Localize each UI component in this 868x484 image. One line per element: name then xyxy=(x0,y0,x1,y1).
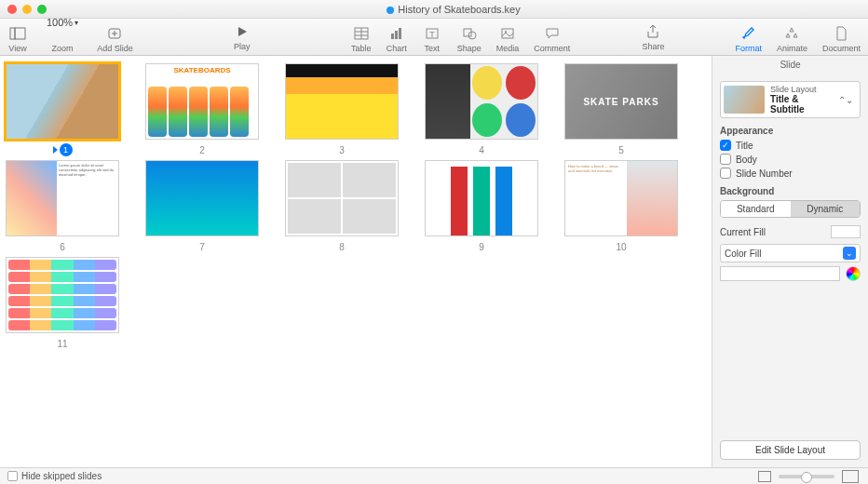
document-title: History of Skateboards.key xyxy=(47,4,861,15)
svg-rect-12 xyxy=(399,28,401,39)
inspector-tab-slide[interactable]: Slide xyxy=(712,56,868,75)
fill-type-label: Color Fill xyxy=(725,249,761,259)
animate-button[interactable]: Animate xyxy=(769,22,815,55)
thumbnail-size-large-icon[interactable] xyxy=(842,470,859,483)
media-icon xyxy=(497,24,518,43)
play-label: Play xyxy=(234,42,251,51)
table-button[interactable]: Table xyxy=(344,22,379,55)
svg-point-16 xyxy=(468,32,476,39)
view-button[interactable]: View xyxy=(0,22,35,55)
background-standard-option[interactable]: Standard xyxy=(721,201,791,217)
slide-thumbnail[interactable]: 3 xyxy=(285,63,399,156)
thumbnail-size-slider[interactable] xyxy=(779,475,834,478)
fill-color-swatch[interactable] xyxy=(720,266,840,281)
chart-button[interactable]: Chart xyxy=(379,22,414,55)
thumbnail-size-small-icon[interactable] xyxy=(758,471,771,482)
comment-button[interactable]: Comment xyxy=(526,22,577,55)
plus-icon xyxy=(104,24,125,43)
text-icon: T xyxy=(422,24,442,43)
current-fill-label: Current Fill xyxy=(720,227,766,237)
view-icon xyxy=(7,24,28,43)
body-checkbox-label: Body xyxy=(736,155,757,165)
table-icon xyxy=(351,24,372,43)
chevron-updown-icon: ⌃⌄ xyxy=(834,95,857,105)
comment-icon xyxy=(542,24,563,43)
title-checkbox[interactable]: ✓ xyxy=(720,140,731,151)
slide-thumbnail[interactable]: 1 xyxy=(6,63,119,156)
slide-number-checkbox-label: Slide Number xyxy=(736,168,793,179)
body-checkbox[interactable] xyxy=(720,154,731,165)
slide-thumbnail[interactable]: Lorem ipsum dolor sit amet consectetur a… xyxy=(6,160,119,253)
format-button[interactable]: Format xyxy=(727,22,769,55)
slide-thumbnail[interactable]: How to make a board — steps and material… xyxy=(564,160,678,253)
popup-arrows-icon: ⌄ xyxy=(843,247,856,260)
format-inspector: Slide Slide Layout Title & Subtitle ⌃⌄ A… xyxy=(712,56,868,467)
color-wheel-icon[interactable] xyxy=(846,266,861,281)
slide-thumbnail[interactable]: 7 xyxy=(145,160,259,253)
document-icon xyxy=(831,24,851,43)
icloud-sync-icon xyxy=(387,7,394,14)
slide-thumbnail[interactable]: SKATE PARKS 5 xyxy=(564,63,678,156)
background-segmented-control[interactable]: Standard Dynamic xyxy=(720,200,861,218)
slide-thumbnail[interactable]: 11 xyxy=(6,257,119,350)
svg-rect-11 xyxy=(395,31,398,39)
hide-skipped-label: Hide skipped slides xyxy=(21,471,102,481)
current-fill-swatch[interactable] xyxy=(831,225,861,238)
slide-thumbnail[interactable]: 9 xyxy=(425,160,538,253)
chevron-down-icon: ▾ xyxy=(75,19,78,27)
text-button[interactable]: T Text xyxy=(414,22,450,55)
svg-marker-5 xyxy=(238,27,247,36)
current-slide-indicator-icon xyxy=(53,146,58,154)
zoom-label: Zoom xyxy=(52,44,74,53)
slide-layout-picker[interactable]: Slide Layout Title & Subtitle ⌃⌄ xyxy=(720,81,861,118)
svg-rect-1 xyxy=(15,28,25,39)
svg-rect-0 xyxy=(10,28,15,39)
play-icon xyxy=(232,22,252,41)
media-button[interactable]: Media xyxy=(489,22,527,55)
svg-text:T: T xyxy=(429,30,435,39)
add-slide-button[interactable]: Add Slide xyxy=(89,22,141,55)
svg-rect-17 xyxy=(502,29,513,38)
share-icon xyxy=(643,22,663,41)
window-titlebar: History of Skateboards.key xyxy=(0,0,868,19)
slide-layout-thumbnail xyxy=(724,86,765,114)
status-bar: Hide skipped slides xyxy=(0,467,868,484)
minimize-window-button[interactable] xyxy=(22,5,32,14)
play-button[interactable]: Play xyxy=(224,20,260,53)
share-button[interactable]: Share xyxy=(634,20,671,53)
slide-layout-caption: Slide Layout xyxy=(770,85,829,94)
light-table-view[interactable]: 1 SKATEBOARDS 2 3 4 SKATE PARKS 5 Lorem … xyxy=(0,56,712,467)
close-window-button[interactable] xyxy=(7,5,17,14)
slide-number-checkbox[interactable] xyxy=(720,168,731,179)
slide-thumbnail[interactable]: 8 xyxy=(285,160,399,253)
zoom-control[interactable]: 100% ▾ Zoom xyxy=(35,11,89,55)
shape-button[interactable]: Shape xyxy=(450,22,489,55)
hide-skipped-checkbox[interactable] xyxy=(7,471,18,481)
toolbar: View 100% ▾ Zoom Add Slide Play Table Ch… xyxy=(0,19,868,56)
edit-slide-layout-button[interactable]: Edit Slide Layout xyxy=(720,440,861,460)
chart-icon xyxy=(387,24,407,43)
paintbrush-icon xyxy=(739,24,759,43)
view-label: View xyxy=(8,44,26,53)
fill-type-popup[interactable]: Color Fill ⌄ xyxy=(720,244,861,262)
title-checkbox-label: Title xyxy=(736,141,753,151)
document-button[interactable]: Document xyxy=(815,22,868,55)
background-header: Background xyxy=(720,186,861,196)
svg-rect-10 xyxy=(391,34,394,39)
add-slide-label: Add Slide xyxy=(97,44,133,53)
background-dynamic-option[interactable]: Dynamic xyxy=(791,201,861,217)
shape-icon xyxy=(459,24,480,43)
slide-thumbnail[interactable]: 4 xyxy=(425,63,538,156)
slide-thumbnail[interactable]: SKATEBOARDS 2 xyxy=(145,63,259,156)
slide-layout-name: Title & Subtitle xyxy=(770,94,829,114)
animate-icon xyxy=(781,24,802,43)
appearance-header: Appearance xyxy=(720,126,861,136)
